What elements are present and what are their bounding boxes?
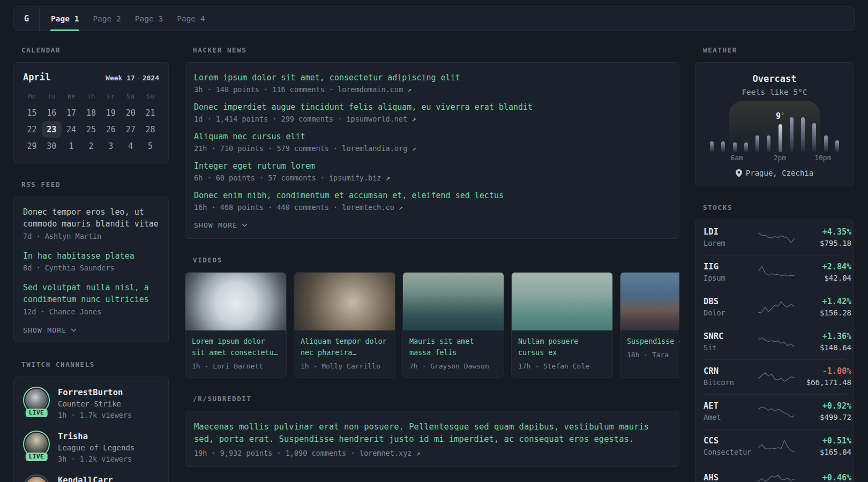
weekday-label: Mo: [22, 93, 42, 100]
stock-row[interactable]: DBSDolor +1.42%$156.28: [704, 290, 845, 325]
show-more-label: SHOW MORE: [194, 221, 237, 229]
video-thumbnail: [620, 273, 679, 330]
video-title[interactable]: Aliquam tempor dolor nec pharetra…: [294, 330, 395, 358]
stock-sparkline: [757, 403, 796, 419]
external-link-icon[interactable]: ↗: [411, 115, 416, 123]
video-thumbnail: [294, 273, 395, 330]
calendar-day[interactable]: 4: [121, 138, 140, 154]
video-thumbnail: [512, 273, 612, 330]
rss-item-title[interactable]: Donec tempor eros leo, ut commodo mauris…: [23, 207, 159, 230]
chevron-down-icon: [71, 328, 77, 332]
stock-change: +0.51%: [796, 436, 851, 446]
stock-row[interactable]: LDILorem +4.35%$795.18: [704, 221, 845, 255]
calendar-day[interactable]: 1: [62, 138, 81, 154]
weekday-label: We: [62, 93, 81, 100]
calendar-day[interactable]: 15: [22, 104, 42, 121]
show-more-label: SHOW MORE: [23, 326, 66, 334]
avatar[interactable]: LIVE: [23, 387, 50, 413]
tab-page-1[interactable]: Page 1: [44, 7, 86, 31]
news-item-title[interactable]: Donec imperdiet augue tincidunt felis al…: [194, 102, 670, 112]
top-nav: G Page 1 Page 2 Page 3 Page 4: [13, 6, 855, 31]
calendar-day[interactable]: 28: [140, 121, 160, 138]
calendar-day[interactable]: 23: [42, 121, 62, 138]
channel-name[interactable]: KendallCarr: [58, 476, 113, 482]
avatar[interactable]: LIVE: [23, 431, 50, 457]
calendar-day[interactable]: 5: [140, 138, 160, 154]
calendar-day[interactable]: 25: [81, 121, 101, 138]
calendar-day[interactable]: 3: [101, 138, 121, 154]
calendar-day[interactable]: 16: [42, 104, 62, 121]
external-link-icon[interactable]: ↗: [416, 449, 421, 457]
news-item: Donec imperdiet augue tincidunt felis al…: [194, 102, 670, 123]
video-card[interactable]: Aliquam tempor dolor nec pharetra… 1h · …: [294, 272, 395, 378]
stock-row[interactable]: SNRCSit +1.36%$148.64: [704, 325, 845, 359]
rss-item: In hac habitasse platea 8d · Cynthia Sau…: [23, 251, 159, 273]
calendar-day[interactable]: 24: [62, 121, 81, 138]
calendar-day[interactable]: 17: [62, 104, 81, 121]
channel-name[interactable]: Trisha: [58, 432, 134, 441]
channel-name[interactable]: ForrestBurton: [58, 388, 132, 397]
news-item-title[interactable]: Integer eget rutrum lorem: [194, 161, 670, 171]
temperature-bar: [744, 142, 748, 152]
rss-item: Donec tempor eros leo, ut commodo mauris…: [23, 207, 159, 240]
video-title[interactable]: Suspendisse diam: [620, 330, 679, 347]
channel-viewers: 3h · 1.2k viewers: [58, 455, 134, 463]
stock-price: $499.72: [796, 413, 851, 421]
avatar[interactable]: [23, 475, 50, 482]
app-logo[interactable]: G: [14, 7, 40, 31]
weather-condition: Overcast: [703, 73, 846, 84]
news-item-title[interactable]: Aliquam nec cursus elit: [194, 132, 670, 141]
video-card[interactable]: Mauris sit amet massa felis 7h · Grayson…: [402, 272, 504, 378]
tab-page-4[interactable]: Page 4: [170, 7, 212, 31]
channel-avatar-image: [25, 389, 48, 411]
calendar-day[interactable]: 22: [22, 121, 42, 138]
news-item: Integer eget rutrum lorem 6h · 60 points…: [194, 161, 670, 182]
stock-company: Sit: [704, 343, 757, 352]
video-title[interactable]: Nullam posuere cursus ex: [512, 330, 612, 358]
calendar-year: 2024: [143, 74, 159, 82]
tab-page-2[interactable]: Page 2: [86, 7, 128, 31]
stock-price: $156.28: [796, 308, 851, 317]
rss-item: Sed volutpat nulla nisl, a condimentum n…: [23, 282, 159, 316]
news-item-meta: 1d · 1,414 points · 299 comments · ipsum…: [194, 115, 670, 123]
video-title[interactable]: Lorem ipsum dolor sit amet consectetu…: [185, 330, 286, 358]
post-title[interactable]: Maecenas mollis pulvinar erat non posuer…: [194, 421, 670, 446]
video-title[interactable]: Mauris sit amet massa felis: [403, 330, 504, 358]
calendar-day[interactable]: 21: [140, 104, 160, 121]
news-item-meta-text: 3h · 148 points · 116 comments · loremdo…: [194, 85, 403, 94]
stock-row[interactable]: AHS +0.46%: [704, 464, 845, 482]
tab-page-3[interactable]: Page 3: [128, 7, 170, 31]
stock-row[interactable]: CRNBitcorn -1.00%$66,171.48: [704, 359, 845, 394]
external-link-icon[interactable]: ↗: [411, 144, 416, 153]
weather-location: Prague, Czechia: [703, 169, 846, 177]
news-item-title[interactable]: Lorem ipsum dolor sit amet, consectetur …: [194, 73, 670, 82]
rss-item-title[interactable]: In hac habitasse platea: [23, 251, 159, 262]
video-card[interactable]: Nullam posuere cursus ex 17h · Stefan Co…: [511, 272, 613, 378]
news-item: Donec enim nibh, condimentum et accumsan…: [194, 191, 670, 212]
video-card[interactable]: Suspendisse diam 18h · Tara: [620, 272, 679, 378]
rss-item-title[interactable]: Sed volutpat nulla nisl, a condimentum n…: [23, 282, 159, 306]
external-link-icon[interactable]: ↗: [407, 85, 411, 94]
twitch-label: TWITCH CHANNELS: [21, 360, 169, 368]
calendar-day[interactable]: 27: [121, 121, 140, 138]
calendar-day[interactable]: 20: [121, 104, 140, 121]
rss-show-more-button[interactable]: SHOW MORE: [23, 326, 159, 334]
calendar-day[interactable]: 29: [22, 138, 42, 154]
calendar-day[interactable]: 26: [101, 121, 121, 138]
stock-change: +1.36%: [796, 332, 851, 341]
calendar-day[interactable]: 18: [81, 104, 101, 121]
calendar-weekday-row: MoTuWeThFrSaSu: [22, 93, 160, 100]
external-link-icon[interactable]: ↗: [399, 203, 403, 212]
calendar-day[interactable]: 30: [42, 138, 62, 154]
hackernews-show-more-button[interactable]: SHOW MORE: [194, 221, 670, 229]
stock-row[interactable]: CCSConsectetur +0.51%$165.84: [704, 429, 845, 464]
twitch-channel: KendallCarr: [23, 475, 159, 482]
calendar-day[interactable]: 2: [81, 138, 101, 154]
stock-price: $42.04: [796, 274, 851, 282]
news-item-title[interactable]: Donec enim nibh, condimentum et accumsan…: [194, 191, 670, 200]
stock-row[interactable]: AETAmet +0.92%$499.72: [704, 394, 845, 429]
external-link-icon[interactable]: ↗: [386, 174, 390, 182]
stock-row[interactable]: IIGIpsum +2.84%$42.04: [704, 255, 845, 290]
video-card[interactable]: Lorem ipsum dolor sit amet consectetu… 1…: [185, 272, 287, 378]
calendar-day[interactable]: 19: [101, 104, 121, 121]
